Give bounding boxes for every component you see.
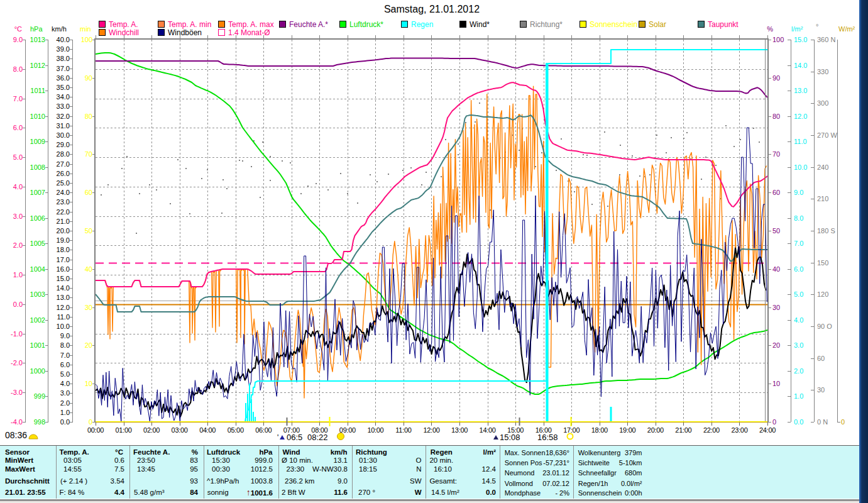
svg-text:10.0: 10.0 bbox=[57, 323, 70, 330]
svg-text:90 O: 90 O bbox=[817, 323, 832, 330]
svg-text:20.0: 20.0 bbox=[57, 227, 70, 235]
svg-text:1010: 1010 bbox=[30, 113, 45, 120]
svg-text:30: 30 bbox=[85, 304, 92, 311]
svg-text:999: 999 bbox=[34, 392, 45, 400]
svg-text:30: 30 bbox=[817, 386, 825, 394]
svg-text:19.0: 19.0 bbox=[57, 236, 70, 244]
svg-text:17.0: 17.0 bbox=[57, 256, 70, 263]
svg-text:6.0: 6.0 bbox=[60, 361, 70, 368]
svg-text:1013: 1013 bbox=[30, 36, 45, 43]
svg-text:09:00: 09:00 bbox=[339, 426, 356, 434]
svg-text:16.0: 16.0 bbox=[57, 265, 70, 273]
svg-text:Richtung*: Richtung* bbox=[530, 20, 563, 29]
svg-text:14.0: 14.0 bbox=[57, 284, 70, 292]
svg-text:60: 60 bbox=[817, 355, 825, 362]
svg-text:330: 330 bbox=[817, 68, 828, 75]
svg-text:Temp. A. max: Temp. A. max bbox=[228, 20, 274, 29]
svg-text:150: 150 bbox=[817, 259, 828, 267]
svg-text:4.0: 4.0 bbox=[13, 183, 23, 191]
svg-text:21:00: 21:00 bbox=[675, 426, 691, 434]
svg-text:W/m²: W/m² bbox=[838, 25, 855, 33]
svg-text:14.0: 14.0 bbox=[794, 62, 807, 69]
svg-text:9.0: 9.0 bbox=[60, 332, 70, 340]
svg-text:02:00: 02:00 bbox=[143, 426, 160, 434]
svg-text:Windchill: Windchill bbox=[109, 28, 139, 37]
svg-text:km/h: km/h bbox=[52, 25, 67, 33]
svg-text:-2.0: -2.0 bbox=[11, 359, 23, 367]
svg-text:1007: 1007 bbox=[30, 189, 45, 196]
svg-text:17:00: 17:00 bbox=[563, 426, 580, 434]
svg-text:7.0: 7.0 bbox=[794, 240, 803, 247]
svg-text:%: % bbox=[767, 25, 773, 33]
svg-text:03:00: 03:00 bbox=[172, 426, 188, 434]
svg-text:40.0: 40.0 bbox=[57, 36, 70, 43]
svg-text:38.0: 38.0 bbox=[57, 55, 70, 62]
svg-text:39.0: 39.0 bbox=[57, 45, 70, 53]
svg-text:Feuchte A.*: Feuchte A.* bbox=[289, 20, 328, 29]
svg-text:00:00: 00:00 bbox=[87, 426, 104, 434]
svg-text:01:00: 01:00 bbox=[116, 426, 132, 434]
svg-text:2.0: 2.0 bbox=[60, 399, 70, 407]
svg-text:10:00: 10:00 bbox=[367, 426, 383, 434]
svg-text:0 N: 0 N bbox=[817, 418, 828, 426]
svg-text:8.0: 8.0 bbox=[794, 214, 803, 222]
svg-text:18.0: 18.0 bbox=[57, 246, 70, 253]
svg-text:2.0: 2.0 bbox=[794, 367, 803, 375]
svg-text:120: 120 bbox=[817, 290, 828, 298]
svg-text:-1.0: -1.0 bbox=[11, 330, 23, 338]
svg-text:60: 60 bbox=[85, 189, 92, 196]
svg-text:08:22: 08:22 bbox=[307, 433, 328, 442]
svg-text:15.0: 15.0 bbox=[794, 36, 807, 43]
svg-text:180 S: 180 S bbox=[817, 227, 835, 235]
svg-text:06:5: 06:5 bbox=[287, 433, 302, 442]
svg-text:4.0: 4.0 bbox=[794, 316, 803, 324]
svg-text:18:00: 18:00 bbox=[591, 426, 608, 434]
svg-text:1006: 1006 bbox=[30, 214, 45, 222]
svg-text:7.0: 7.0 bbox=[13, 95, 23, 102]
svg-text:11.0: 11.0 bbox=[57, 313, 70, 321]
svg-text:16:58: 16:58 bbox=[537, 433, 558, 442]
svg-text:60: 60 bbox=[772, 189, 780, 196]
svg-text:0: 0 bbox=[89, 418, 92, 426]
svg-text:1012: 1012 bbox=[30, 62, 45, 69]
svg-text:6.0: 6.0 bbox=[13, 124, 23, 131]
svg-text:998: 998 bbox=[34, 418, 45, 426]
svg-text:8.0: 8.0 bbox=[13, 65, 23, 73]
svg-text:50: 50 bbox=[772, 227, 780, 235]
svg-text:24.0: 24.0 bbox=[57, 189, 70, 196]
svg-text:30.0: 30.0 bbox=[57, 131, 70, 139]
svg-text:3.0: 3.0 bbox=[794, 341, 803, 349]
svg-text:30: 30 bbox=[772, 304, 780, 311]
svg-text:23.0: 23.0 bbox=[57, 198, 70, 206]
svg-text:08:36: 08:36 bbox=[5, 430, 27, 440]
svg-text:29.0: 29.0 bbox=[57, 141, 70, 148]
svg-text:15:08: 15:08 bbox=[500, 433, 520, 442]
svg-text:35.0: 35.0 bbox=[57, 84, 70, 91]
svg-text:24:00: 24:00 bbox=[759, 426, 776, 434]
svg-text:1003: 1003 bbox=[30, 290, 45, 298]
svg-text:20:00: 20:00 bbox=[647, 426, 664, 434]
svg-text:Taupunkt: Taupunkt bbox=[708, 20, 739, 29]
svg-text:26.0: 26.0 bbox=[57, 170, 70, 177]
svg-text:12:00: 12:00 bbox=[423, 426, 439, 434]
svg-text:06:00: 06:00 bbox=[255, 426, 272, 434]
svg-text:°C: °C bbox=[14, 25, 22, 33]
svg-text:0: 0 bbox=[841, 418, 845, 426]
svg-text:100: 100 bbox=[772, 36, 784, 43]
svg-text:1000: 1000 bbox=[30, 367, 45, 375]
svg-text:20: 20 bbox=[772, 341, 780, 349]
svg-text:12.0: 12.0 bbox=[794, 113, 807, 120]
svg-text:25.0: 25.0 bbox=[57, 179, 70, 187]
svg-text:6.0: 6.0 bbox=[794, 265, 803, 273]
svg-text:22.0: 22.0 bbox=[57, 208, 70, 216]
svg-text:1004: 1004 bbox=[30, 265, 45, 273]
svg-text:80: 80 bbox=[772, 113, 780, 120]
svg-text:360 N: 360 N bbox=[817, 36, 835, 43]
svg-text:27.0: 27.0 bbox=[57, 160, 70, 168]
svg-text:1008: 1008 bbox=[30, 163, 45, 171]
svg-text:1.0: 1.0 bbox=[13, 271, 23, 279]
svg-text:05:00: 05:00 bbox=[228, 426, 244, 434]
svg-text:11:00: 11:00 bbox=[395, 426, 411, 434]
svg-text:31.0: 31.0 bbox=[57, 122, 70, 130]
svg-text:240: 240 bbox=[817, 163, 828, 171]
